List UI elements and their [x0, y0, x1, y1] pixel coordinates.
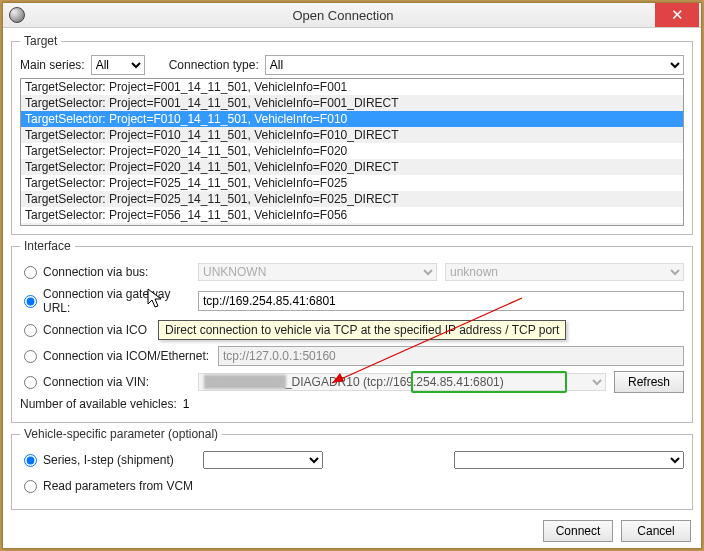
- target-list-item[interactable]: TargetSelector: Project=F001_14_11_501, …: [21, 95, 683, 111]
- vehicle-params-group: Vehicle-specific parameter (optional) Se…: [11, 427, 693, 510]
- gateway-label: Connection via gateway URL:: [43, 287, 190, 315]
- bus-select-1: UNKNOWN: [198, 263, 437, 281]
- radio-read-vcm[interactable]: [24, 480, 37, 493]
- interface-group: Interface Connection via bus: UNKNOWN un…: [11, 239, 693, 423]
- target-list-item[interactable]: TargetSelector: Project=F001_14_11_501, …: [21, 79, 683, 95]
- dialog-footer: Connect Cancel: [11, 514, 693, 542]
- gateway-url-input[interactable]: [198, 291, 684, 311]
- target-list-item[interactable]: TargetSelector: Project=F056_14_11_501, …: [21, 223, 683, 226]
- vehicle-params-legend: Vehicle-specific parameter (optional): [20, 427, 222, 441]
- vin-label: Connection via VIN:: [43, 375, 149, 389]
- radio-bus[interactable]: [24, 266, 37, 279]
- series-select[interactable]: [203, 451, 323, 469]
- target-listbox[interactable]: TargetSelector: Project=F001_14_11_501, …: [20, 78, 684, 226]
- icom-label: Connection via ICO: [43, 323, 147, 337]
- cancel-button[interactable]: Cancel: [621, 520, 691, 542]
- series-istep-label: Series, I-step (shipment): [43, 453, 174, 467]
- open-connection-dialog: Open Connection ✕ Target Main series: Al…: [2, 2, 702, 549]
- target-list-item[interactable]: TargetSelector: Project=F010_14_11_501, …: [21, 127, 683, 143]
- available-vehicles-count: 1: [183, 397, 190, 411]
- interface-legend: Interface: [20, 239, 75, 253]
- target-list-item[interactable]: TargetSelector: Project=F010_14_11_501, …: [21, 111, 683, 127]
- icom-ethernet-input: [218, 346, 684, 366]
- gateway-tooltip: Direct connection to vehicle via TCP at …: [158, 320, 566, 340]
- radio-icom[interactable]: [24, 324, 37, 337]
- connection-type-select[interactable]: All: [265, 55, 684, 75]
- radio-gateway[interactable]: [24, 295, 37, 308]
- title-bar: Open Connection ✕: [3, 3, 701, 28]
- target-list-item[interactable]: TargetSelector: Project=F020_14_11_501, …: [21, 159, 683, 175]
- main-series-label: Main series:: [20, 58, 85, 72]
- target-group: Target Main series: All Connection type:…: [11, 34, 693, 235]
- connection-type-label: Connection type:: [169, 58, 259, 72]
- main-series-select[interactable]: All: [91, 55, 145, 75]
- refresh-button[interactable]: Refresh: [614, 371, 684, 393]
- target-list-item[interactable]: TargetSelector: Project=F020_14_11_501, …: [21, 143, 683, 159]
- icom-ethernet-label: Connection via ICOM/Ethernet:: [43, 349, 209, 363]
- radio-series-istep[interactable]: [24, 454, 37, 467]
- radio-icom-ethernet[interactable]: [24, 350, 37, 363]
- connect-button[interactable]: Connect: [543, 520, 613, 542]
- available-vehicles-label: Number of available vehicles:: [20, 397, 177, 411]
- bus-select-2: unknown: [445, 263, 684, 281]
- istep-select[interactable]: [454, 451, 684, 469]
- target-list-item[interactable]: TargetSelector: Project=F025_14_11_501, …: [21, 175, 683, 191]
- vin-select: [198, 373, 606, 391]
- app-icon: [9, 7, 25, 23]
- read-vcm-label: Read parameters from VCM: [43, 479, 193, 493]
- bus-label: Connection via bus:: [43, 265, 148, 279]
- close-button[interactable]: ✕: [655, 3, 699, 27]
- target-list-item[interactable]: TargetSelector: Project=F056_14_11_501, …: [21, 207, 683, 223]
- target-list-item[interactable]: TargetSelector: Project=F025_14_11_501, …: [21, 191, 683, 207]
- window-title: Open Connection: [31, 8, 655, 23]
- radio-vin[interactable]: [24, 376, 37, 389]
- target-legend: Target: [20, 34, 61, 48]
